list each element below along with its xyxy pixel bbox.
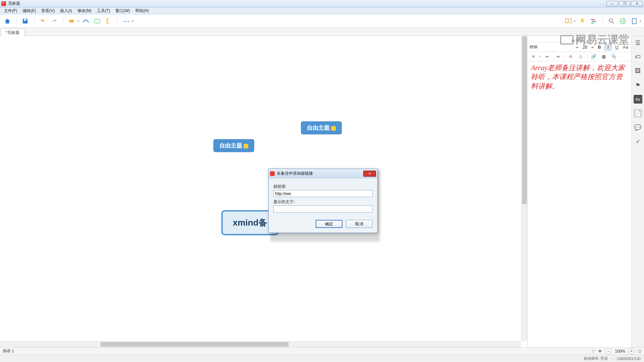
canvas-tab[interactable]: 画布 1 — [3, 348, 14, 354]
task-icon[interactable]: ✓ — [634, 137, 642, 146]
main-toolbar: ▾ ⋯▾ ▾ ▾ — [0, 14, 644, 28]
status-bar: 自动保存: 开启 ○ USER2017UD — [0, 355, 644, 362]
boundary-icon[interactable] — [93, 16, 102, 26]
notes-content[interactable]: Array老师备注讲解，欢迎大家聆听，本课程严格按照官方资料讲解。 — [528, 61, 631, 347]
attachment-button[interactable]: 📎 — [610, 53, 618, 60]
note-indicator-icon — [244, 144, 248, 148]
flag-icon[interactable]: ⚑ — [634, 81, 642, 89]
url-label: 超链接: — [273, 184, 373, 189]
zoom-in-button[interactable]: + — [629, 348, 635, 354]
vertical-scrollbar[interactable] — [521, 36, 527, 341]
menu-tools[interactable]: 工具(T) — [94, 7, 113, 14]
present-icon[interactable] — [564, 16, 573, 26]
indent-button[interactable]: ⇥ — [554, 53, 561, 60]
minimize-button[interactable]: — — [606, 1, 618, 6]
dialog-title: 在备注中添加超链接 — [277, 171, 363, 176]
window-title: 无标题 — [8, 1, 605, 6]
dropdown-icon[interactable]: ▾ — [574, 19, 576, 23]
image-button[interactable]: ▦ — [600, 53, 607, 60]
svg-line-8 — [612, 22, 614, 23]
search-icon[interactable] — [607, 16, 616, 26]
display-text-input[interactable] — [273, 205, 373, 213]
menu-view[interactable]: 查看(V) — [39, 7, 57, 14]
menu-help[interactable]: 帮助(H) — [132, 7, 152, 14]
outdent-button[interactable]: ⇤ — [544, 53, 551, 60]
node-label: 自由主题 — [219, 142, 242, 149]
document-tab[interactable]: *无标题 — [1, 28, 24, 36]
dropdown-icon[interactable]: ▾ — [640, 19, 641, 23]
summary-icon[interactable] — [104, 16, 113, 26]
gantt-icon[interactable] — [589, 16, 598, 26]
eye-icon[interactable]: 👁 — [598, 349, 602, 354]
svg-rect-5 — [592, 21, 596, 22]
share-icon[interactable] — [618, 16, 628, 26]
menu-file[interactable]: 文件(F) — [1, 7, 20, 14]
zoom-out-button[interactable]: − — [605, 348, 611, 354]
relationship-icon[interactable] — [81, 16, 91, 26]
window-titlebar: 无标题 — ❐ ✕ — [0, 0, 644, 7]
marker-icon[interactable]: 🏷 — [634, 53, 642, 61]
canvas-tab-bar: 画布 1 ▽ 👁 − 100% + ⊡ — [0, 347, 644, 355]
svg-rect-15 — [632, 18, 636, 24]
close-button[interactable]: ✕ — [631, 1, 643, 6]
menu-modify[interactable]: 修改(M) — [75, 7, 94, 14]
redo-icon[interactable] — [50, 16, 59, 26]
watermark: 网易云课堂 — [560, 33, 629, 47]
save-icon[interactable] — [20, 16, 30, 26]
notes-panel: 网易云课堂 备注 楷体 ◂▸ 20 ◂▸ B I U Aa ≡▾ ⇤ ⇥ A ◇… — [527, 36, 631, 347]
dropdown-icon[interactable]: ▾ — [77, 19, 79, 23]
svg-rect-4 — [591, 19, 594, 20]
menu-edit[interactable]: 编辑(E) — [20, 7, 39, 14]
svg-rect-0 — [24, 19, 26, 21]
link-button[interactable]: 🔗 — [590, 53, 597, 60]
menu-window[interactable]: 窗口(W) — [113, 7, 132, 14]
text-style-icon[interactable]: Aa — [634, 95, 642, 104]
menu-bar: 文件(F) 编辑(E) 查看(V) 插入(I) 修改(M) 工具(T) 窗口(W… — [0, 7, 644, 14]
url-input[interactable] — [273, 190, 373, 197]
horizontal-scrollbar[interactable] — [0, 341, 521, 347]
document-tabstrip: *无标题 — [0, 28, 644, 36]
undo-icon[interactable] — [38, 16, 48, 26]
home-icon[interactable] — [3, 16, 12, 26]
svg-point-7 — [609, 19, 612, 22]
maximize-button[interactable]: ❐ — [619, 1, 630, 6]
app-icon — [1, 1, 6, 6]
hyperlink-dialog: 在备注中添加超链接 ✕ 超链接: 显示的文字: 确定 取消 — [268, 169, 378, 233]
user-status: USER2017UD — [617, 357, 641, 361]
free-topic-node[interactable]: 自由主题 — [213, 139, 254, 152]
app-icon — [270, 171, 275, 176]
ok-button[interactable]: 确定 — [316, 220, 342, 228]
outline-icon[interactable]: ☰ — [634, 39, 642, 47]
dialog-titlebar[interactable]: 在备注中添加超链接 ✕ — [269, 169, 377, 178]
font-color-button[interactable]: A — [567, 53, 574, 60]
more-icon[interactable]: ⋯ — [122, 16, 131, 26]
comments-icon[interactable]: 💬 — [634, 123, 642, 132]
notes-format-row2: ≡▾ ⇤ ⇥ A ◇ 🔗 ▦ 📎 — [528, 52, 631, 61]
display-text-label: 显示的文字: — [273, 199, 373, 205]
svg-point-9 — [620, 18, 626, 24]
svg-rect-2 — [95, 19, 100, 23]
notes-icon[interactable]: 📄 — [634, 109, 642, 118]
svg-line-14 — [622, 21, 624, 22]
highlight-button[interactable]: ◇ — [577, 53, 584, 60]
topic-icon[interactable] — [67, 16, 77, 26]
filter-icon[interactable]: ▽ — [592, 349, 595, 354]
dialog-close-button[interactable]: ✕ — [363, 171, 376, 177]
cancel-button[interactable]: 取消 — [346, 220, 373, 228]
canvas-area[interactable]: 自由主题 自由主题 xmind备 在备注中添加超链接 ✕ 超链接: 显示的文字:… — [0, 36, 527, 347]
image-icon[interactable]: 🖼 — [634, 67, 642, 75]
menu-insert[interactable]: 插入(I) — [57, 7, 74, 14]
export-icon[interactable] — [630, 16, 639, 26]
align-button[interactable]: ≡ — [530, 53, 537, 60]
svg-line-13 — [622, 20, 624, 21]
dropdown-icon[interactable]: ▾ — [132, 19, 133, 23]
note-indicator-icon — [331, 126, 336, 131]
brainstorm-icon[interactable] — [578, 16, 587, 26]
node-label: 自由主题 — [307, 125, 330, 131]
fit-icon[interactable]: ⊡ — [638, 349, 641, 354]
svg-rect-6 — [591, 22, 594, 23]
right-icon-rail: ☰ 🏷 🖼 ⚑ Aa 📄 💬 ✓ — [631, 36, 644, 347]
svg-rect-1 — [69, 20, 74, 22]
zoom-level: 100% — [615, 349, 625, 354]
free-topic-node[interactable]: 自由主题 — [301, 121, 342, 134]
